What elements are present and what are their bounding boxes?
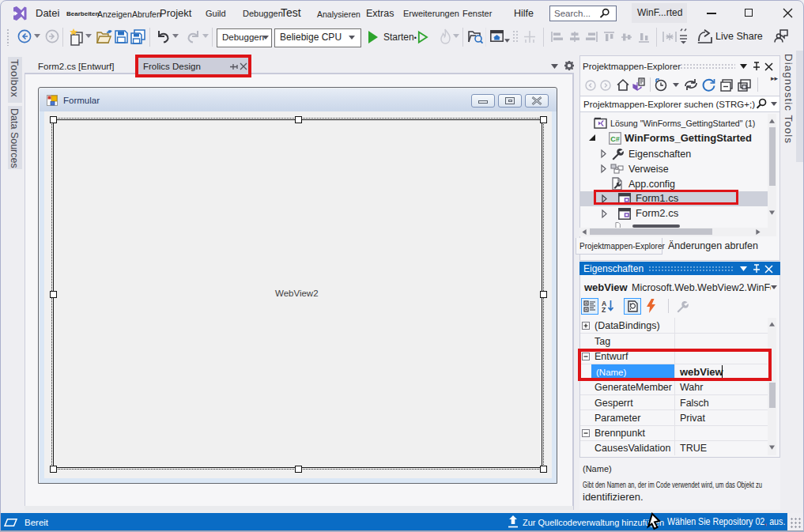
svg-text:Z: Z: [602, 306, 606, 314]
svg-text:C#: C#: [610, 135, 620, 143]
